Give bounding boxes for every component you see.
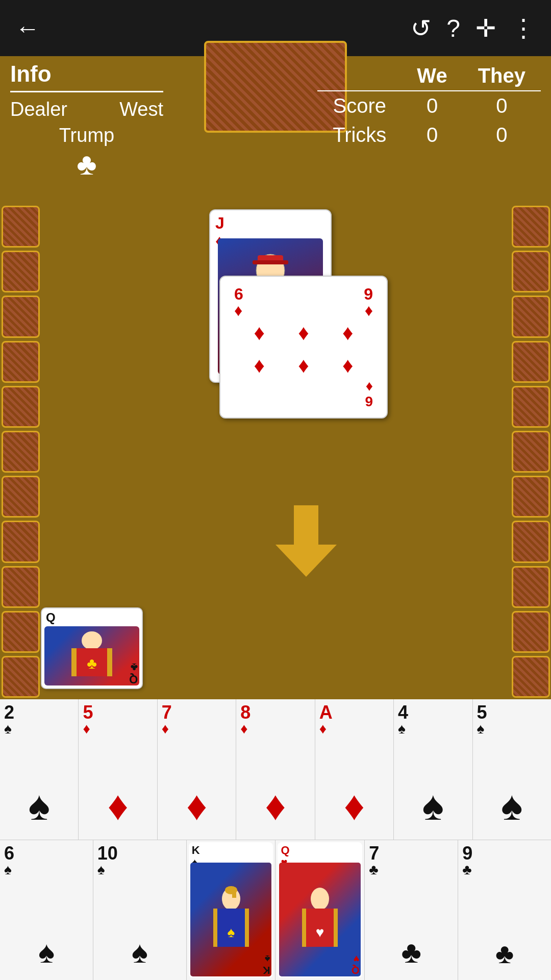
left-card-stack <box>0 199 41 699</box>
play-area: J ♦ <box>0 199 551 699</box>
hand-card-5s[interactable]: 5 ♠ ♠ <box>473 699 551 840</box>
dealer-value: West <box>119 99 163 120</box>
svg-text:♣: ♣ <box>87 655 97 672</box>
undo-button[interactable]: ↺ <box>411 14 431 42</box>
center-cards-area: J ♦ <box>168 209 383 434</box>
hand-card-7d[interactable]: 7 ♦ ♦ <box>158 699 236 840</box>
we-header: We <box>402 61 462 91</box>
svg-point-21 <box>311 888 329 910</box>
we-score: 0 <box>402 91 462 120</box>
we-tricks: 0 <box>402 120 462 150</box>
tricks-label: Tricks <box>317 120 402 150</box>
hand-card-2s[interactable]: 2 ♠ ♠ <box>0 699 79 840</box>
hand-card-ad[interactable]: A ♦ ♦ <box>315 699 394 840</box>
svg-rect-18 <box>213 909 217 947</box>
player-hand: 2 ♠ ♠ 5 ♦ ♦ 7 ♦ ♦ 8 ♦ ♦ A ♦ ♦ 4 <box>0 699 551 980</box>
svg-point-9 <box>82 631 102 650</box>
svg-rect-23 <box>302 909 306 947</box>
svg-text:♥: ♥ <box>316 924 324 940</box>
svg-rect-19 <box>245 909 249 947</box>
trump-row: Trump ♣ <box>10 125 163 182</box>
hand-card-8d[interactable]: 8 ♦ ♦ <box>236 699 315 840</box>
hand-row-1: 2 ♠ ♠ 5 ♦ ♦ 7 ♦ ♦ 8 ♦ ♦ A ♦ ♦ 4 <box>0 699 551 840</box>
svg-text:♠: ♠ <box>227 924 235 940</box>
help-button[interactable]: ? <box>446 14 460 42</box>
svg-rect-12 <box>107 648 112 676</box>
hand-card-6s[interactable]: 6 ♠ ♠ <box>0 840 93 981</box>
right-card-stack <box>510 199 551 699</box>
hand-card-7c[interactable]: 7 ♣ ♣ <box>365 840 458 981</box>
hand-card-4s[interactable]: 4 ♠ ♠ <box>394 699 472 840</box>
score-label: Score <box>317 91 402 120</box>
trump-label: Trump <box>59 125 114 146</box>
queen-clubs-card: Q ♣ ♣ Q ♣ <box>41 607 143 689</box>
they-header: They <box>463 61 541 91</box>
nine-six-diamonds-card: 6 ♦ 9 ♦ ♦ ♦ ♦ ♦ ♦ ♦ <box>219 276 388 419</box>
hand-card-10s[interactable]: 10 ♠ ♠ <box>93 840 187 981</box>
hand-row-2: 6 ♠ ♠ 10 ♠ ♠ K♠ <box>0 840 551 981</box>
trump-symbol: ♣ <box>10 146 163 182</box>
hand-card-5d[interactable]: 5 ♦ ♦ <box>79 699 157 840</box>
dealer-label: Dealer <box>10 99 67 120</box>
svg-point-16 <box>225 886 237 894</box>
hand-card-ks[interactable]: K♠ ♠ K♠ <box>187 840 276 981</box>
menu-button[interactable]: ⋮ <box>511 14 536 42</box>
hand-card-qh[interactable]: Q♥ ♥ Q♥ <box>276 840 365 981</box>
they-score: 0 <box>463 91 541 120</box>
they-tricks: 0 <box>463 120 541 150</box>
hand-card-9c[interactable]: 9 ♣ ♣ <box>458 840 551 981</box>
svg-rect-2 <box>253 260 288 264</box>
dealer-row: Dealer West <box>10 99 163 120</box>
info-title: Info <box>10 61 163 92</box>
score-panel: We They Score 0 0 Tricks 0 0 <box>317 61 541 150</box>
svg-rect-24 <box>334 909 338 947</box>
back-button[interactable]: ← <box>15 14 40 42</box>
add-button[interactable]: ✛ <box>475 14 496 42</box>
svg-rect-11 <box>71 648 77 676</box>
info-panel: Info Dealer West Trump ♣ We They Score 0 <box>0 56 551 199</box>
info-left: Info Dealer West Trump ♣ <box>0 56 173 199</box>
